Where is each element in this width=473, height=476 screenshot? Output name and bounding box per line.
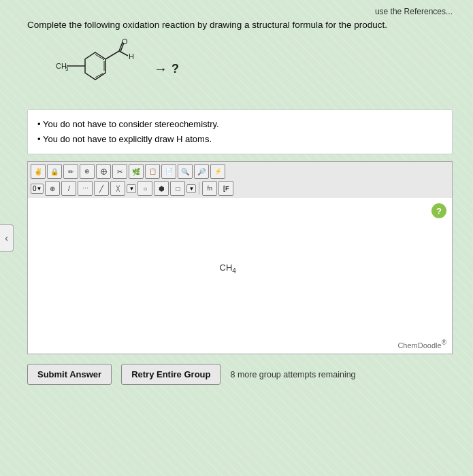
toolbar-row-1: ✌ 🔒 ✏ ⊕ ⨁ ✂ 🌿 📋 📄 🔍 🔎 ⚡ xyxy=(31,164,449,179)
tool-fn[interactable]: fn xyxy=(202,181,217,196)
tool-single-bond[interactable]: / xyxy=(61,181,76,196)
svg-line-11 xyxy=(119,51,128,56)
svg-marker-0 xyxy=(85,52,105,80)
tool-template-frame[interactable]: [F xyxy=(218,181,233,196)
attempts-remaining: 8 more group attempts remaining xyxy=(230,370,355,379)
chemdoodle-canvas[interactable]: CH4 ? ChemDoodle® xyxy=(27,198,453,354)
tool-zoom-in[interactable]: 🔍 xyxy=(178,164,193,179)
page-container: ‹ use the References... Complete the fol… xyxy=(0,0,473,476)
hint-bullet-2: You do not have to explicitly draw H ato… xyxy=(37,132,442,147)
tool-square[interactable]: □ xyxy=(170,181,185,196)
tool-ring[interactable]: ⊕ xyxy=(80,164,95,179)
tool-bond-slash[interactable]: ╱ xyxy=(94,181,109,196)
reaction-arrow: → xyxy=(154,61,167,77)
submit-answer-button[interactable]: Submit Answer xyxy=(27,364,112,385)
tool-eraser[interactable]: ✏ xyxy=(63,164,78,179)
tool-copy[interactable]: 📋 xyxy=(145,164,160,179)
tool-paste[interactable]: 📄 xyxy=(161,164,176,179)
help-button[interactable]: ? xyxy=(431,203,446,218)
canvas-molecule-label: CH4 xyxy=(220,262,236,275)
bottom-bar: Submit Answer Retry Entire Group 8 more … xyxy=(27,364,453,385)
svg-text:H: H xyxy=(129,52,134,61)
tool-number-dropdown[interactable]: 0 ▼ xyxy=(31,184,44,194)
tool-templates[interactable]: 🌿 xyxy=(129,164,144,179)
reactant-molecule: CH 3 O H xyxy=(41,39,150,100)
svg-text:O: O xyxy=(122,39,128,46)
tool-hexagon[interactable]: ⬢ xyxy=(154,181,169,196)
top-reference: use the References... xyxy=(27,7,453,16)
question-text: Complete the following oxidation reactio… xyxy=(27,19,453,32)
tool-select[interactable]: ✌ xyxy=(31,164,46,179)
hint-box: You do not have to consider stereochemis… xyxy=(27,109,453,154)
left-nav-arrow[interactable]: ‹ xyxy=(0,224,14,252)
hint-bullet-1: You do not have to consider stereochemis… xyxy=(37,117,442,132)
tool-cut[interactable]: ✂ xyxy=(112,164,127,179)
chemdoodle-toolbar: ✌ 🔒 ✏ ⊕ ⨁ ✂ 🌿 📋 📄 🔍 🔎 ⚡ 0 xyxy=(27,161,453,198)
toolbar-separator xyxy=(199,182,199,194)
reaction-diagram: CH 3 O H → ? xyxy=(41,39,453,100)
shape-dropdown-arrow: ▼ xyxy=(189,186,194,192)
tool-bond-dropdown[interactable]: ▼ xyxy=(127,184,136,193)
tool-circle[interactable]: ○ xyxy=(137,181,152,196)
retry-group-button[interactable]: Retry Entire Group xyxy=(121,364,221,385)
tool-double-bond[interactable]: ╳ xyxy=(110,181,125,196)
tool-shape-dropdown[interactable]: ▼ xyxy=(186,184,196,193)
toolbar-row-2: 0 ▼ ⊕ / ⋯ ╱ ╳ ▼ ○ ⬢ □ ▼ fn xyxy=(31,181,449,196)
tool-benzene[interactable]: ⨁ xyxy=(96,164,111,179)
tool-zoom-out[interactable]: 🔎 xyxy=(194,164,209,179)
tool-lasso[interactable]: 🔒 xyxy=(47,164,62,179)
bond-dropdown-arrow: ▼ xyxy=(129,186,134,192)
tool-clean[interactable]: ⚡ xyxy=(210,164,225,179)
product-question-mark: ? xyxy=(172,62,179,76)
svg-text:3: 3 xyxy=(65,66,69,72)
tool-wavy[interactable]: ⋯ xyxy=(78,181,93,196)
tool-plus[interactable]: ⊕ xyxy=(45,181,60,196)
svg-line-7 xyxy=(105,51,119,59)
chemdoodle-watermark: ChemDoodle® xyxy=(397,339,446,350)
dropdown-arrow: ▼ xyxy=(37,186,42,192)
